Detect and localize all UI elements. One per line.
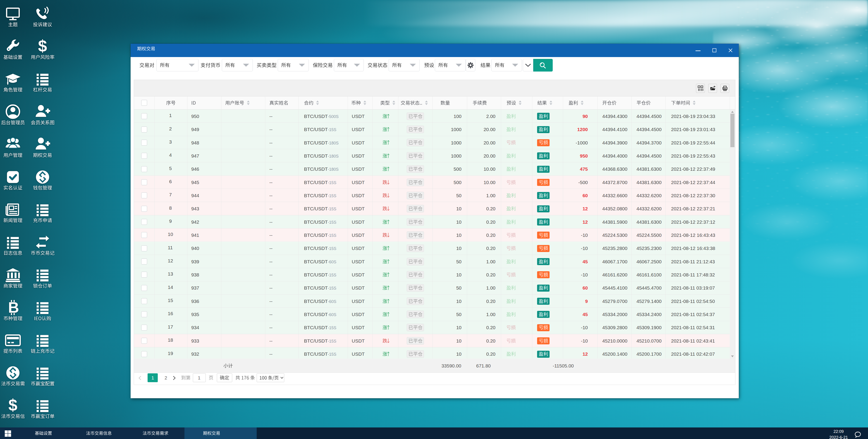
svg-text:$: $	[38, 37, 47, 55]
svg-text:B: B	[8, 299, 19, 316]
svg-text:$: $	[8, 396, 18, 414]
